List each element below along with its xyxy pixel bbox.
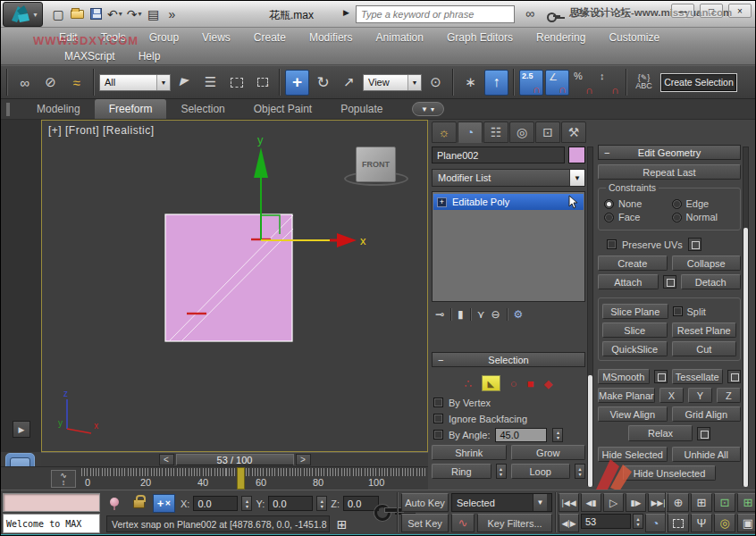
ribbon-tab-selection[interactable]: Selection bbox=[166, 99, 239, 119]
constraint-normal-radio[interactable] bbox=[672, 213, 682, 222]
menu-tools[interactable]: Tools bbox=[89, 31, 138, 44]
menu-help[interactable]: Help bbox=[127, 50, 172, 63]
zoom-region-button[interactable] bbox=[668, 514, 689, 532]
x-spinner[interactable]: ▴▾ bbox=[241, 496, 252, 511]
remove-modifier-button[interactable]: ⊖ bbox=[491, 308, 500, 321]
help-globe-icon[interactable]: ☉ bbox=[615, 5, 631, 21]
grid-align-button[interactable]: Grid Align bbox=[672, 406, 742, 422]
edit-geometry-header[interactable]: − Edit Geometry bbox=[598, 145, 741, 160]
menu-group[interactable]: Group bbox=[138, 31, 190, 44]
stack-item-editable-poly[interactable]: + Editable Poly bbox=[433, 194, 584, 210]
msmooth-settings-button[interactable] bbox=[654, 370, 668, 383]
loop-button[interactable]: Loop bbox=[511, 464, 571, 479]
viewport-front[interactable]: x y z y x [+] [Front] [Realistic] FRONT bbox=[41, 120, 428, 452]
ignore-backfacing-checkbox[interactable] bbox=[433, 414, 443, 423]
by-vertex-checkbox[interactable] bbox=[433, 398, 443, 407]
maximize-viewport-toggle[interactable]: ▣ bbox=[737, 514, 756, 532]
attach-button[interactable]: Attach bbox=[598, 274, 659, 289]
track-bar[interactable]: ∿↕ 0 20 40 60 80 100 bbox=[1, 466, 428, 490]
menu-rendering[interactable]: Rendering bbox=[525, 31, 597, 44]
dropdown-arrow-icon[interactable]: ▼ bbox=[407, 75, 421, 90]
constraint-face-radio[interactable] bbox=[604, 213, 614, 222]
relax-settings-button[interactable] bbox=[697, 427, 710, 440]
configure-modifier-sets-button[interactable]: ⚙ bbox=[514, 308, 524, 321]
current-frame-marker[interactable] bbox=[237, 467, 245, 490]
collapse-button[interactable]: Collapse bbox=[672, 255, 742, 271]
select-and-move-button[interactable]: + bbox=[285, 70, 309, 96]
repeat-last-button[interactable]: Repeat Last bbox=[598, 164, 741, 180]
go-to-start-button[interactable]: |◀◀ bbox=[559, 493, 579, 512]
new-scene-button[interactable]: ▢ bbox=[49, 4, 67, 23]
viewcube[interactable]: FRONT bbox=[356, 147, 396, 182]
tessellate-settings-button[interactable] bbox=[727, 370, 741, 383]
undo-button[interactable]: ↶▾ bbox=[105, 4, 124, 23]
right-column-scrollbar[interactable] bbox=[743, 147, 749, 486]
select-and-scale-button[interactable]: ↗ bbox=[337, 70, 361, 96]
selection-filter-dropdown[interactable]: All▼ bbox=[99, 74, 171, 91]
tab-modify[interactable]: ◔ bbox=[458, 121, 483, 143]
show-end-result-button[interactable]: ▮ bbox=[458, 308, 464, 321]
gizmo-y-arrowhead[interactable] bbox=[254, 147, 268, 178]
current-frame-field[interactable]: 53 bbox=[581, 514, 631, 529]
constraint-none-radio[interactable] bbox=[604, 199, 614, 209]
gizmo-x-arrowhead[interactable] bbox=[337, 233, 357, 247]
slice-button[interactable]: Slice bbox=[602, 322, 668, 338]
menu-graph-editors[interactable]: Graph Editors bbox=[435, 31, 525, 44]
key-mode-toggle[interactable]: ◀|▶ bbox=[559, 514, 579, 532]
quickslice-button[interactable]: QuickSlice bbox=[602, 341, 668, 356]
grid-snap-indicator-icon[interactable]: ⊞ bbox=[333, 515, 350, 532]
selection-rollout-header[interactable]: − Selection bbox=[432, 352, 585, 367]
preserve-uvs-settings-button[interactable] bbox=[688, 238, 701, 251]
dropdown-arrow-icon[interactable]: ▼ bbox=[569, 170, 584, 186]
ribbon-tab-object-paint[interactable]: Object Paint bbox=[239, 99, 326, 119]
close-button[interactable]: × bbox=[728, 4, 752, 18]
loop-spinner[interactable]: ▴▾ bbox=[575, 464, 585, 479]
dropdown-arrow-icon[interactable]: ▼ bbox=[533, 494, 547, 511]
make-planar-button[interactable]: Make Planar bbox=[598, 388, 655, 403]
play-button[interactable]: ▷ bbox=[603, 493, 624, 512]
track-bar-ruler[interactable]: 0 20 40 60 80 100 bbox=[81, 467, 428, 490]
cut-button[interactable]: Cut bbox=[672, 341, 737, 356]
default-tangent-button[interactable]: ∿ bbox=[451, 514, 475, 532]
next-frame-arrow[interactable]: > bbox=[296, 454, 311, 465]
edit-named-selection-sets-button[interactable]: {✎}ABC bbox=[632, 70, 656, 96]
tab-create[interactable]: ☼ bbox=[432, 121, 457, 143]
window-crossing-toggle[interactable] bbox=[250, 70, 274, 96]
y-field[interactable]: 0.0 bbox=[268, 496, 313, 511]
absolute-offset-mode-toggle[interactable]: +✕ bbox=[153, 494, 175, 513]
unlink-selection-button[interactable]: ⊘ bbox=[38, 70, 63, 96]
polygon-mode-button[interactable]: ■ bbox=[527, 377, 534, 390]
subscription-key-icon[interactable] bbox=[545, 5, 561, 21]
auto-key-button[interactable]: Auto Key bbox=[401, 493, 449, 512]
redo-caret-icon[interactable]: ▾ bbox=[138, 10, 141, 18]
application-menu-button[interactable]: ▾ bbox=[3, 2, 43, 27]
by-angle-checkbox[interactable] bbox=[433, 430, 443, 440]
maximize-button[interactable]: □ bbox=[700, 4, 723, 18]
time-configuration-button[interactable]: ◔ bbox=[645, 514, 666, 532]
x-field[interactable]: 0.0 bbox=[193, 496, 238, 511]
frame-spinner[interactable]: ▴▾ bbox=[633, 514, 643, 529]
vertex-mode-button[interactable]: ∴ bbox=[465, 377, 472, 390]
ribbon-display-dropdown[interactable]: ▼▾ bbox=[412, 102, 444, 116]
select-by-name-button[interactable]: ☰ bbox=[198, 70, 223, 96]
modifier-stack[interactable]: + Editable Poly bbox=[432, 191, 585, 302]
make-unique-button[interactable]: ⋎ bbox=[477, 308, 485, 321]
tab-motion[interactable]: ◎ bbox=[509, 121, 534, 143]
save-file-button[interactable] bbox=[87, 4, 105, 23]
minimize-button[interactable]: — bbox=[671, 4, 694, 18]
tessellate-button[interactable]: Tessellate bbox=[672, 369, 724, 384]
menu-maxscript[interactable]: MAXScript bbox=[53, 50, 127, 63]
search-binoculars-icon[interactable]: ∞ bbox=[522, 5, 538, 21]
ring-spinner[interactable]: ▴▾ bbox=[496, 464, 507, 479]
constraint-edge-radio[interactable] bbox=[672, 199, 682, 209]
by-angle-field[interactable]: 45.0 bbox=[495, 428, 547, 442]
percent-snap-toggle[interactable]: %∩ bbox=[571, 70, 595, 96]
unhide-all-button[interactable]: Unhide All bbox=[672, 447, 742, 462]
border-mode-button[interactable]: ○ bbox=[510, 377, 517, 390]
ribbon-tab-modeling[interactable]: Modeling bbox=[22, 99, 95, 119]
reset-plane-button[interactable]: Reset Plane bbox=[672, 322, 737, 338]
planar-z-button[interactable]: Z bbox=[717, 388, 741, 403]
bind-to-space-warp-button[interactable]: ≈ bbox=[64, 70, 88, 96]
z-field[interactable]: 0.0 bbox=[343, 496, 379, 511]
edge-mode-button-active[interactable]: ◣ bbox=[482, 375, 500, 391]
